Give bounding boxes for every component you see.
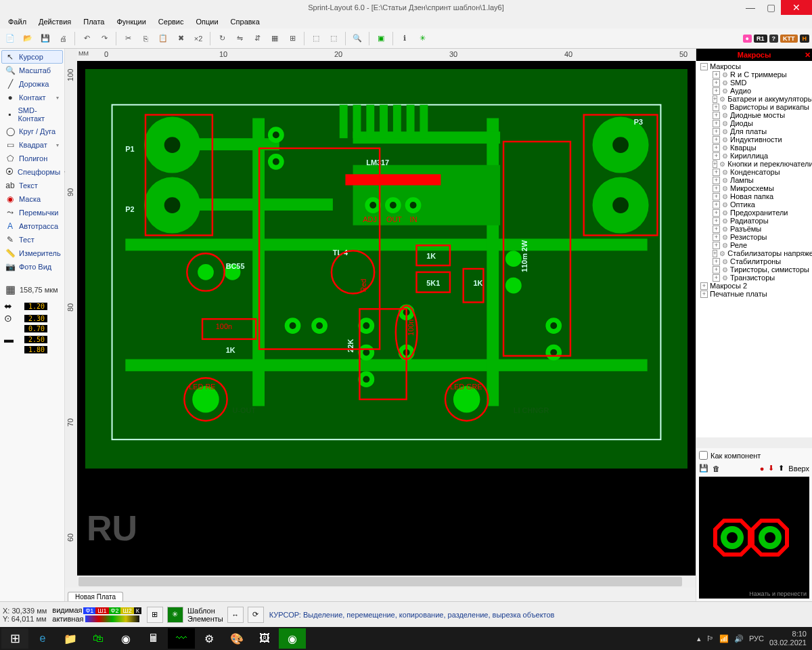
as-component-checkbox[interactable]: Как компонент	[696, 448, 812, 462]
pcb-canvas[interactable]: P1 P2 P3 LM317 BC55 1K 5K1 1K 1K 22K 110…	[77, 61, 696, 576]
tree-item[interactable]: +⚙Тиристоры, симисторы	[698, 265, 811, 274]
tree-root[interactable]: −Макросы	[698, 62, 811, 70]
app-icon[interactable]: ⚙	[196, 628, 223, 649]
tab-new-board[interactable]: Новая Плата	[68, 592, 123, 601]
select-icon[interactable]: ▣	[374, 31, 388, 46]
tray-clock[interactable]: 8:1003.02.2021	[769, 630, 807, 647]
tree-item[interactable]: +⚙Лампы	[698, 176, 811, 184]
menu-Сервис[interactable]: Сервис	[153, 16, 189, 27]
delete-macro-icon[interactable]: 🗑	[713, 464, 720, 473]
info-icon[interactable]: ℹ	[397, 31, 412, 46]
redo-icon[interactable]: ↷	[97, 31, 112, 46]
tree-item[interactable]: +⚙Стабилизаторы напряжения	[698, 249, 811, 257]
new-icon[interactable]: 📄	[3, 31, 18, 46]
store-icon[interactable]: 🛍	[85, 628, 112, 649]
cut-icon[interactable]: ✂	[120, 31, 135, 46]
paint-icon[interactable]: 🎨	[223, 628, 250, 649]
tool-Текст[interactable]: abТекст	[1, 179, 63, 192]
smd-h[interactable]: 1.80	[3, 345, 62, 354]
tree-item[interactable]: +⚙Кварцы	[698, 144, 811, 152]
badge-r1[interactable]: R1	[754, 35, 767, 43]
chrome-icon[interactable]: ◉	[112, 628, 139, 649]
tree-item[interactable]: +⚙Оптика	[698, 200, 811, 209]
pad-inner[interactable]: 0.70	[3, 324, 62, 333]
up-icon[interactable]: ⬆	[778, 464, 784, 473]
horizontal-scrollbar[interactable]	[65, 576, 696, 588]
record-icon[interactable]: ●	[760, 464, 765, 473]
ungroup-icon[interactable]: ⬚	[326, 31, 341, 46]
tree-item[interactable]: +⚙Новая папка	[698, 192, 811, 200]
tool-Измеритель[interactable]: 📏Измеритель	[1, 246, 63, 260]
tree-item[interactable]: +⚙Кириллица	[698, 152, 811, 160]
copy-icon[interactable]: ⎘	[138, 31, 153, 46]
image-icon[interactable]: 🖼	[251, 628, 278, 649]
status-btn-2[interactable]: ✳	[167, 607, 183, 623]
status-btn-4[interactable]: ⟳	[248, 607, 264, 623]
explorer-icon[interactable]: 📁	[57, 628, 84, 649]
tree-item[interactable]: +⚙Микросхемы	[698, 184, 811, 192]
macros-tree[interactable]: −Макросы+⚙R и C триммеры+⚙SMD+⚙Аудио+⚙Ба…	[696, 61, 812, 437]
tree-item[interactable]: +⚙SMD	[698, 79, 811, 87]
zoom-icon[interactable]: 🔍	[350, 31, 365, 46]
badge-ktt[interactable]: KTT	[780, 35, 798, 43]
tool-Масштаб[interactable]: 🔍Масштаб	[1, 64, 63, 77]
grid-value[interactable]: ▦158,75 мкм	[5, 283, 59, 296]
track-width[interactable]: ⬌1.20	[3, 300, 62, 312]
menu-Справка[interactable]: Справка	[225, 16, 265, 27]
tree-item[interactable]: +Печатные платы	[698, 290, 811, 298]
calc-icon[interactable]: 🖩	[140, 628, 167, 649]
delete-icon[interactable]: ✖	[173, 31, 188, 46]
scope-icon[interactable]: 〰	[168, 628, 195, 649]
tool-Фото Вид[interactable]: 📷Фото Вид	[1, 260, 63, 274]
align-icon[interactable]: ▦	[267, 31, 282, 46]
print-icon[interactable]: 🖨	[55, 31, 70, 46]
save-macro-icon[interactable]: 💾	[699, 464, 708, 473]
tree-item[interactable]: +⚙Батареи и аккумуляторы	[698, 95, 811, 103]
smd-w[interactable]: ▬2.50	[3, 333, 62, 345]
close-panel-icon[interactable]: ✕	[805, 51, 811, 60]
tool-Курсор[interactable]: ↖Курсор	[1, 50, 63, 64]
start-button[interactable]: ⊞	[1, 628, 28, 649]
tree-item[interactable]: +⚙Конденсаторы	[698, 168, 811, 176]
open-icon[interactable]: 📂	[20, 31, 35, 46]
tray-up-icon[interactable]: ▴	[697, 634, 701, 643]
dup-icon[interactable]: ×2	[191, 31, 206, 46]
rotate-icon[interactable]: ↻	[215, 31, 229, 46]
tray-lang[interactable]: РУС	[749, 634, 764, 643]
tree-item[interactable]: +⚙Диодные мосты	[698, 111, 811, 119]
ie-icon[interactable]: e	[29, 628, 56, 649]
tree-item[interactable]: +⚙Реле	[698, 241, 811, 249]
tree-item[interactable]: +⚙Кнопки и переключатели	[698, 160, 811, 168]
tree-item[interactable]: +⚙Транзисторы	[698, 274, 811, 282]
undo-icon[interactable]: ↶	[79, 31, 94, 46]
tool-Квадрат[interactable]: ▭Квадрат▾	[1, 138, 63, 152]
tool-Дорожка[interactable]: ╱Дорожка	[1, 77, 63, 91]
snap-icon[interactable]: ⊞	[285, 31, 300, 46]
tree-item[interactable]: +⚙Аудио	[698, 87, 811, 95]
tree-item[interactable]: +⚙Диоды	[698, 119, 811, 127]
tree-item[interactable]: +⚙Радиаторы	[698, 217, 811, 225]
tool-Полигон[interactable]: ⬠Полигон	[1, 152, 63, 165]
tray-net-icon[interactable]: 📶	[719, 634, 729, 643]
tool-Перемычки[interactable]: ⤳Перемычки	[1, 206, 63, 219]
group-icon[interactable]: ⬚	[309, 31, 323, 46]
paste-icon[interactable]: 📋	[156, 31, 171, 46]
close-button[interactable]: ✕	[781, 0, 812, 15]
status-btn-3[interactable]: ↔	[227, 607, 244, 623]
sprint-icon[interactable]: ◉	[279, 628, 306, 649]
tree-item[interactable]: +⚙Стабилитроны	[698, 257, 811, 265]
tree-item[interactable]: +⚙Для платы	[698, 127, 811, 135]
tool-Автотрасса[interactable]: AАвтотрасса	[1, 219, 63, 233]
tool-Маска[interactable]: ◉Маска	[1, 192, 63, 206]
badge-help[interactable]: ?	[769, 35, 779, 43]
tree-item[interactable]: +⚙Резисторы	[698, 233, 811, 241]
tool-Спецформы[interactable]: ⦿Спецформы▾	[1, 165, 63, 179]
tree-item[interactable]: +⚙Предохранители	[698, 209, 811, 217]
mirror-h-icon[interactable]: ⇋	[232, 31, 247, 46]
tool-Круг / Дуга[interactable]: ◯Круг / Дуга	[1, 125, 63, 138]
tree-item[interactable]: +⚙Варисторы и варикапы	[698, 103, 811, 111]
menu-Файл[interactable]: Файл	[3, 16, 32, 27]
tray-vol-icon[interactable]: 🔊	[734, 634, 744, 643]
menu-Функции[interactable]: Функции	[111, 16, 151, 27]
tool-SMD-Контакт[interactable]: ▪SMD-Контакт	[1, 104, 63, 125]
